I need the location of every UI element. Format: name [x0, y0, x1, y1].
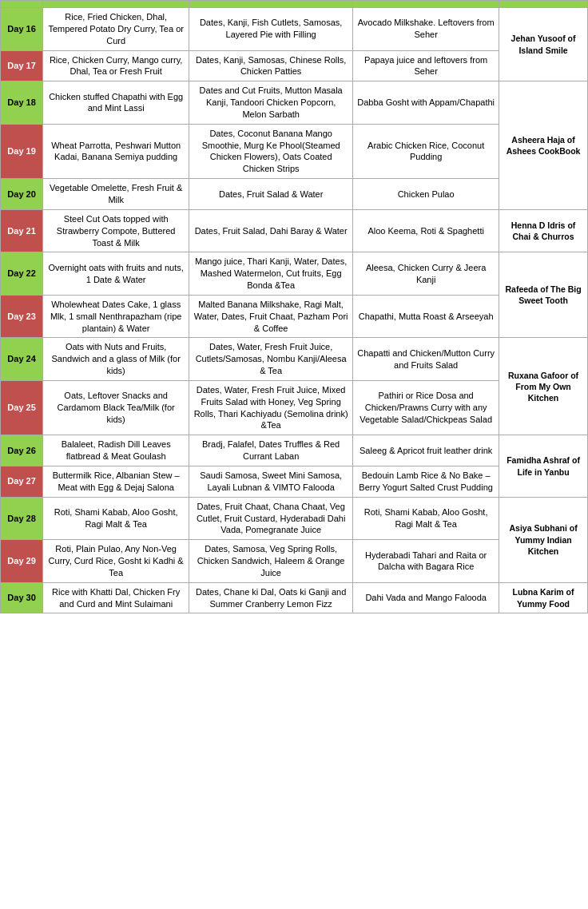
seher-cell: Rice, Chicken Curry, Mango curry, Dhal, …	[43, 50, 189, 81]
dinner-cell: Avocado Milkshake. Leftovers from Seher	[353, 8, 499, 51]
dinner-cell: Chapathi, Mutta Roast & Arseeyah	[353, 295, 499, 338]
table-row: Day 16Rice, Fried Chicken, Dhal, Tempere…	[1, 8, 588, 51]
day-cell: Day 18	[1, 81, 43, 125]
dinner-cell: Arabic Chicken Rice, Coconut Pudding	[353, 124, 499, 178]
seher-cell: Wheat Parrotta, Peshwari Mutton Kadai, B…	[43, 124, 189, 178]
dinner-cell: Aloo Keema, Roti & Spaghetti	[353, 209, 499, 252]
day-cell: Day 27	[1, 466, 43, 498]
iftar-cell: Dates, Chane ki Dal, Oats ki Ganji and S…	[189, 582, 353, 613]
header-dinner	[353, 1, 499, 8]
iftar-cell: Dates, Fruit Chaat, Chana Chaat, Veg Cut…	[189, 497, 353, 540]
header-row	[1, 1, 588, 8]
seher-cell: Oats, Leftover Snacks and Cardamom Black…	[43, 380, 189, 435]
header-seher	[43, 1, 189, 8]
dinner-cell: Papaya juice and leftovers from Seher	[353, 50, 499, 81]
table-row: Day 26Balaleet, Radish Dill Leaves flatb…	[1, 435, 588, 466]
day-cell: Day 28	[1, 497, 43, 540]
iftar-cell: Malted Banana Milkshake, Ragi Malt, Wate…	[189, 295, 353, 338]
iftar-cell: Dates, Fruit Salad, Dahi Baray & Water	[189, 209, 353, 252]
dinner-cell: Saleeg & Apricot fruit leather drink	[353, 435, 499, 466]
iftar-cell: Dates, Samosa, Veg Spring Rolls, Chicken…	[189, 540, 353, 583]
seher-cell: Rice, Fried Chicken, Dhal, Tempered Pota…	[43, 8, 189, 51]
iftar-cell: Dates, Kanji, Fish Cutlets, Samosas, Lay…	[189, 8, 353, 51]
dinner-cell: Hyderabadi Tahari and Raita or Dalcha wi…	[353, 540, 499, 583]
day-cell: Day 20	[1, 179, 43, 210]
seher-cell: Roti, Shami Kabab, Aloo Gosht, Ragi Malt…	[43, 497, 189, 540]
day-cell: Day 29	[1, 540, 43, 583]
day-cell: Day 21	[1, 209, 43, 252]
day-cell: Day 26	[1, 435, 43, 466]
table-row: Day 30Rice with Khatti Dal, Chicken Fry …	[1, 582, 588, 613]
day-cell: Day 16	[1, 8, 43, 51]
blogger-cell: Famidha Ashraf of Life in Yanbu	[499, 435, 588, 497]
header-iftar	[189, 1, 353, 8]
seher-cell: Vegetable Omelette, Fresh Fruit & Milk	[43, 179, 189, 210]
table-row: Day 24Oats with Nuts and Fruits, Sandwic…	[1, 338, 588, 381]
table-row: Day 22Overnight oats with fruits and nut…	[1, 252, 588, 296]
day-cell: Day 23	[1, 295, 43, 338]
seher-cell: Buttermilk Rice, Albanian Stew – Meat wi…	[43, 466, 189, 498]
seher-cell: Balaleet, Radish Dill Leaves flatbread &…	[43, 435, 189, 466]
seher-cell: Rice with Khatti Dal, Chicken Fry and Cu…	[43, 582, 189, 613]
blogger-cell: Asiya Subhani of Yummy Indian Kitchen	[499, 497, 588, 582]
seher-cell: Roti, Plain Pulao, Any Non-Veg Curry, Cu…	[43, 540, 189, 583]
day-cell: Day 19	[1, 124, 43, 178]
seher-cell: Chicken stuffed Chapathi with Egg and Mi…	[43, 81, 189, 125]
day-cell: Day 25	[1, 380, 43, 435]
day-cell: Day 24	[1, 338, 43, 381]
day-cell: Day 22	[1, 252, 43, 296]
seher-cell: Wholewheat Dates Cake, 1 glass Mlk, 1 sm…	[43, 295, 189, 338]
dinner-cell: Chapatti and Chicken/Mutton Curry and Fr…	[353, 338, 499, 381]
iftar-cell: Dates and Cut Fruits, Mutton Masala Kanj…	[189, 81, 353, 125]
day-cell: Day 30	[1, 582, 43, 613]
blogger-cell: Jehan Yusoof of Island Smile	[499, 8, 588, 81]
blogger-cell: Ruxana Gafoor of From My Own Kitchen	[499, 338, 588, 435]
header-day	[1, 1, 43, 8]
iftar-cell: Mango juice, Thari Kanji, Water, Dates, …	[189, 252, 353, 296]
table-row: Day 21Steel Cut Oats topped with Strawbe…	[1, 209, 588, 252]
header-blogger	[499, 1, 588, 8]
meal-plan-table: Day 16Rice, Fried Chicken, Dhal, Tempere…	[0, 0, 588, 613]
dinner-cell: Bedouin Lamb Rice & No Bake – Berry Yogu…	[353, 466, 499, 498]
dinner-cell: Roti, Shami Kabab, Aloo Gosht, Ragi Malt…	[353, 497, 499, 540]
iftar-cell: Dates, Water, Fresh Fruit Juice, Mixed F…	[189, 380, 353, 435]
seher-cell: Oats with Nuts and Fruits, Sandwich and …	[43, 338, 189, 381]
iftar-cell: Bradj, Falafel, Dates Truffles & Red Cur…	[189, 435, 353, 466]
dinner-cell: Aleesa, Chicken Curry & Jeera Kanji	[353, 252, 499, 296]
dinner-cell: Dahi Vada and Mango Falooda	[353, 582, 499, 613]
table-row: Day 28Roti, Shami Kabab, Aloo Gosht, Rag…	[1, 497, 588, 540]
dinner-cell: Pathiri or Rice Dosa and Chicken/Prawns …	[353, 380, 499, 435]
blogger-cell: Henna D Idris of Chai & Churros	[499, 209, 588, 252]
dinner-cell: Chicken Pulao	[353, 179, 499, 210]
dinner-cell: Dabba Gosht with Appam/Chapathi	[353, 81, 499, 125]
iftar-cell: Dates, Fruit Salad & Water	[189, 179, 353, 210]
iftar-cell: Dates, Water, Fresh Fruit Juice, Cutlets…	[189, 338, 353, 381]
blogger-cell: Asheera Haja of Ashees CookBook	[499, 81, 588, 210]
seher-cell: Steel Cut Oats topped with Strawberry Co…	[43, 209, 189, 252]
seher-cell: Overnight oats with fruits and nuts, 1 D…	[43, 252, 189, 296]
iftar-cell: Dates, Coconut Banana Mango Smoothie, Mu…	[189, 124, 353, 178]
table-row: Day 18Chicken stuffed Chapathi with Egg …	[1, 81, 588, 125]
blogger-cell: Lubna Karim of Yummy Food	[499, 582, 588, 613]
blogger-cell: Rafeeda of The Big Sweet Tooth	[499, 252, 588, 338]
iftar-cell: Saudi Samosa, Sweet Mini Samosa, Layali …	[189, 466, 353, 498]
iftar-cell: Dates, Kanji, Samosas, Chinese Rolls, Ch…	[189, 50, 353, 81]
day-cell: Day 17	[1, 50, 43, 81]
